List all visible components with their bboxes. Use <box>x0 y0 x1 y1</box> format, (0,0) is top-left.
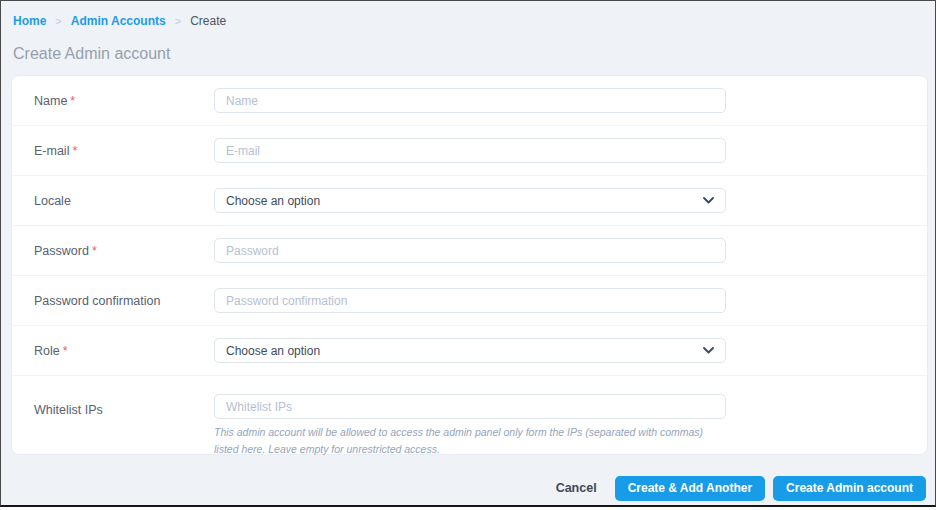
breadcrumb: Home > Admin Accounts > Create <box>13 14 226 28</box>
chevron-down-icon <box>703 197 714 204</box>
create-admin-form-card: Name* E-mail* Locale Choose an option Pa… <box>11 75 928 455</box>
whitelist-ips-label: Whitelist IPs <box>34 403 214 417</box>
role-label: Role* <box>34 344 214 358</box>
chevron-down-icon <box>703 347 714 354</box>
breadcrumb-separator-icon: > <box>175 15 181 27</box>
name-label: Name* <box>34 94 214 108</box>
password-confirmation-label: Password confirmation <box>34 294 214 308</box>
required-asterisk: * <box>70 94 75 108</box>
breadcrumb-link-home[interactable]: Home <box>13 14 46 28</box>
field-row-password: Password* <box>12 226 927 276</box>
field-row-whitelist-ips: Whitelist IPs This admin account will be… <box>12 376 927 455</box>
required-asterisk: * <box>92 244 97 258</box>
field-row-email: E-mail* <box>12 126 927 176</box>
role-select-value: Choose an option <box>226 344 320 358</box>
breadcrumb-current-create: Create <box>190 14 226 28</box>
field-row-password-confirmation: Password confirmation <box>12 276 927 326</box>
field-row-name: Name* <box>12 76 927 126</box>
locale-label: Locale <box>34 194 214 208</box>
create-and-add-another-button[interactable]: Create & Add Another <box>615 476 765 501</box>
name-input[interactable] <box>214 88 726 113</box>
locale-select[interactable]: Choose an option <box>214 188 726 213</box>
password-input[interactable] <box>214 238 726 263</box>
screenshot-frame: Home > Admin Accounts > Create Create Ad… <box>0 0 936 510</box>
password-confirmation-input[interactable] <box>214 288 726 313</box>
email-label: E-mail* <box>34 144 214 158</box>
required-asterisk: * <box>63 344 68 358</box>
form-actions: Cancel Create & Add Another Create Admin… <box>546 475 926 501</box>
field-row-locale: Locale Choose an option <box>12 176 927 226</box>
page-title: Create Admin account <box>13 45 170 63</box>
role-select[interactable]: Choose an option <box>214 338 726 363</box>
breadcrumb-separator-icon: > <box>55 15 61 27</box>
email-input[interactable] <box>214 138 726 163</box>
admin-create-page: Home > Admin Accounts > Create Create Ad… <box>0 0 936 507</box>
cancel-button[interactable]: Cancel <box>546 475 607 501</box>
create-admin-account-button[interactable]: Create Admin account <box>773 476 926 501</box>
whitelist-ips-help-text: This admin account will be allowed to ac… <box>214 424 724 458</box>
locale-select-value: Choose an option <box>226 194 320 208</box>
whitelist-ips-input[interactable] <box>214 394 726 419</box>
password-label: Password* <box>34 244 214 258</box>
breadcrumb-link-admin-accounts[interactable]: Admin Accounts <box>71 14 166 28</box>
field-row-role: Role* Choose an option <box>12 326 927 376</box>
required-asterisk: * <box>72 144 77 158</box>
